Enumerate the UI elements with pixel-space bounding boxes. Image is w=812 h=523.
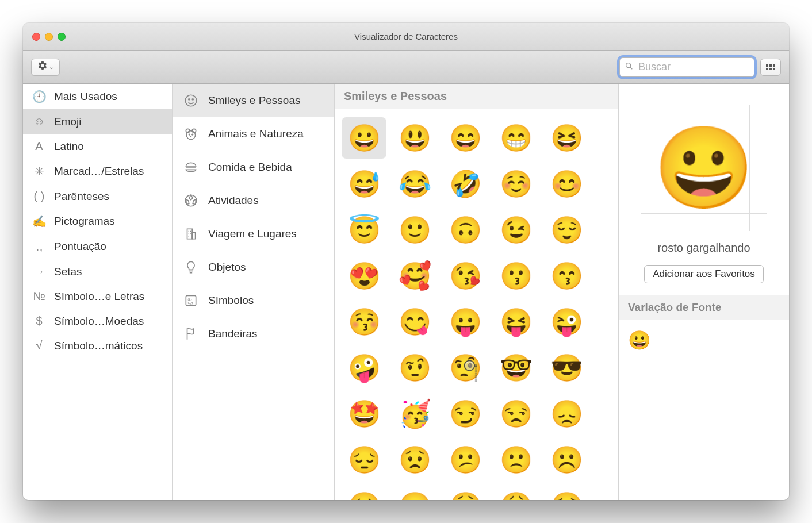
- emoji-cell[interactable]: 😊: [544, 163, 589, 205]
- emoji-cell[interactable]: 😖: [392, 485, 437, 500]
- subcategory-item[interactable]: Atividades: [173, 184, 334, 217]
- category-item[interactable]: ✍Pictogramas: [23, 209, 172, 234]
- emoji-cell[interactable]: 😞: [544, 393, 589, 434]
- category-icon: $: [32, 314, 46, 328]
- font-variation-header: Variação de Fonte: [619, 295, 789, 320]
- emoji-cell[interactable]: 😔: [342, 439, 386, 480]
- emoji-cell[interactable]: 😕: [443, 439, 488, 480]
- subcategory-item[interactable]: Bandeiras: [173, 317, 334, 351]
- emoji-cell[interactable]: 😗: [493, 255, 538, 297]
- emoji-cell[interactable]: 🥰: [392, 255, 437, 297]
- svg-point-8: [189, 134, 190, 135]
- emoji-cell[interactable]: 😆: [544, 117, 589, 159]
- emoji-cell[interactable]: 🥳: [392, 393, 437, 434]
- keyboard-icon: [766, 64, 775, 70]
- svg-point-7: [186, 131, 195, 140]
- subcategory-item[interactable]: Animais e Natureza: [173, 117, 334, 151]
- category-label: Mais Usados: [54, 90, 117, 103]
- symbols-icon: &♪%?: [183, 293, 199, 308]
- category-item[interactable]: ALatino: [23, 134, 172, 159]
- emoji-cell[interactable]: 😅: [342, 163, 386, 205]
- emoji-cell[interactable]: 😇: [342, 209, 386, 251]
- search-icon: [625, 61, 634, 72]
- category-icon: √: [32, 339, 46, 352]
- bulb-icon: [183, 260, 199, 275]
- emoji-cell[interactable]: 🧐: [443, 347, 488, 389]
- subcategory-sidebar: Smileys e PessoasAnimais e NaturezaComid…: [173, 84, 335, 500]
- category-item[interactable]: →Setas: [23, 259, 172, 284]
- category-label: Latino: [54, 140, 84, 153]
- emoji-cell[interactable]: 😝: [493, 301, 538, 343]
- zoom-button[interactable]: [58, 33, 66, 41]
- emoji-cell[interactable]: 😉: [493, 209, 538, 251]
- category-item[interactable]: 🕘Mais Usados: [23, 84, 172, 109]
- window-title: Visualizador de Caracteres: [23, 32, 789, 41]
- subcategory-label: Atividades: [208, 194, 259, 207]
- svg-text:&♪: &♪: [188, 297, 193, 301]
- emoji-cell[interactable]: 🤩: [342, 393, 386, 434]
- emoji-cell[interactable]: 🤓: [493, 347, 538, 389]
- grid-section-header: Smileys e Pessoas: [335, 84, 618, 109]
- category-item[interactable]: №Símbolo…e Letras: [23, 284, 172, 309]
- keyboard-viewer-button[interactable]: [760, 59, 781, 76]
- emoji-cell[interactable]: 🙁: [493, 439, 538, 480]
- emoji-cell[interactable]: 🤪: [342, 347, 386, 389]
- titlebar: Visualizador de Caracteres: [23, 23, 789, 51]
- subcategory-item[interactable]: &♪%?Símbolos: [173, 284, 334, 317]
- add-to-favorites-button[interactable]: Adicionar aos Favoritos: [644, 265, 764, 283]
- subcategory-item[interactable]: Viagem e Lugares: [173, 217, 334, 251]
- subcategory-label: Objetos: [208, 261, 246, 274]
- emoji-cell[interactable]: 😂: [392, 163, 437, 205]
- emoji-cell[interactable]: 😄: [443, 117, 488, 159]
- close-button[interactable]: [32, 33, 40, 41]
- subcategory-label: Comida e Bebida: [208, 161, 292, 174]
- emoji-cell[interactable]: 😜: [544, 301, 589, 343]
- emoji-cell[interactable]: 😌: [544, 209, 589, 251]
- emoji-cell[interactable]: 😣: [342, 485, 386, 500]
- category-icon: ✍: [32, 214, 46, 228]
- emoji-cell[interactable]: 😒: [493, 393, 538, 434]
- category-label: Pontuação: [54, 240, 106, 253]
- category-item[interactable]: ( )Parênteses: [23, 184, 172, 209]
- emoji-cell[interactable]: 🥺: [544, 485, 589, 500]
- emoji-cell[interactable]: 😁: [493, 117, 538, 159]
- emoji-cell[interactable]: 😙: [544, 255, 589, 297]
- emoji-cell[interactable]: 😟: [392, 439, 437, 480]
- search-input[interactable]: [637, 60, 749, 74]
- settings-menu-button[interactable]: ⌵: [31, 59, 60, 76]
- emoji-cell[interactable]: 😃: [392, 117, 437, 159]
- emoji-cell[interactable]: 🤨: [392, 347, 437, 389]
- category-item[interactable]: √Símbolo…máticos: [23, 333, 172, 358]
- emoji-cell[interactable]: 😫: [443, 485, 488, 500]
- emoji-cell[interactable]: 😀: [342, 117, 386, 159]
- emoji-cell[interactable]: 😩: [493, 485, 538, 500]
- emoji-cell[interactable]: 😘: [443, 255, 488, 297]
- emoji-cell[interactable]: 😎: [544, 347, 589, 389]
- emoji-cell[interactable]: 😏: [443, 393, 488, 434]
- subcategory-item[interactable]: Objetos: [173, 251, 334, 284]
- emoji-cell[interactable]: ☺️: [493, 163, 538, 205]
- subcategory-item[interactable]: Smileys e Pessoas: [173, 84, 334, 117]
- emoji-cell[interactable]: 🙃: [443, 209, 488, 251]
- category-icon: №: [32, 290, 46, 303]
- emoji-cell[interactable]: 🙂: [392, 209, 437, 251]
- category-label: Marcad…/Estrelas: [54, 165, 144, 178]
- chevron-down-icon: ⌵: [50, 64, 53, 70]
- emoji-cell[interactable]: 🤣: [443, 163, 488, 205]
- category-item[interactable]: ✳Marcad…/Estrelas: [23, 159, 172, 184]
- category-item[interactable]: $Símbolo…Moedas: [23, 309, 172, 333]
- emoji-cell[interactable]: 😚: [342, 301, 386, 343]
- emoji-cell[interactable]: 😍: [342, 255, 386, 297]
- subcategory-item[interactable]: Comida e Bebida: [173, 151, 334, 184]
- category-item[interactable]: ․,Pontuação: [23, 234, 172, 259]
- search-field[interactable]: [619, 57, 754, 77]
- category-item[interactable]: ☺Emoji: [23, 109, 172, 134]
- font-variation-item[interactable]: 😀: [628, 330, 651, 351]
- emoji-cell[interactable]: ☹️: [544, 439, 589, 480]
- svg-text:%?: %?: [188, 302, 194, 306]
- minimize-button[interactable]: [45, 33, 53, 41]
- emoji-cell[interactable]: 😛: [443, 301, 488, 343]
- emoji-cell[interactable]: 😋: [392, 301, 437, 343]
- category-label: Símbolo…Moedas: [54, 315, 144, 328]
- svg-rect-11: [187, 229, 193, 239]
